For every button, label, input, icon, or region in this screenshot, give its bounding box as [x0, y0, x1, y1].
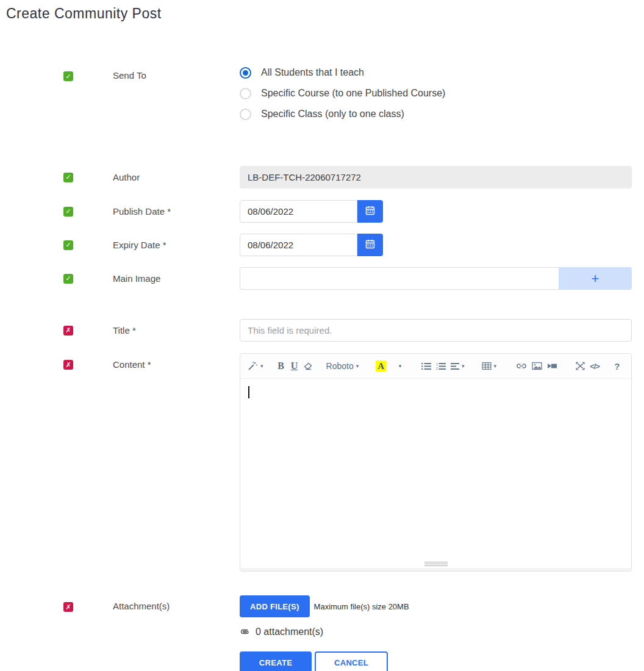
create-community-post-page: Create Community Post ✓ Send To All Stud… [0, 0, 644, 671]
image-icon [532, 362, 542, 370]
video-icon [547, 362, 557, 370]
help-button[interactable]: ? [610, 359, 624, 373]
radio-selected-icon [240, 67, 251, 79]
calendar-icon [365, 206, 375, 217]
ordered-list-button[interactable]: 12 [434, 359, 448, 373]
magic-wand-icon [248, 361, 258, 371]
send-to-label: Send To [113, 62, 240, 81]
content-editable-area[interactable] [240, 379, 631, 561]
expiry-date-calendar-button[interactable] [357, 234, 383, 256]
radio-specific-course[interactable]: Specific Course (to one Published Course… [240, 83, 632, 104]
radio-specific-class[interactable]: Specific Class (only to one class) [240, 104, 632, 124]
code-view-button[interactable]: </> [587, 359, 602, 373]
unordered-list-button[interactable] [419, 359, 434, 373]
caret-down-icon: ▾ [462, 363, 465, 369]
resize-handle[interactable] [424, 562, 448, 567]
align-icon [451, 362, 459, 370]
fullscreen-button[interactable] [573, 359, 587, 373]
main-image-add-button[interactable]: + [559, 267, 632, 290]
publish-date-label: Publish Date * [113, 206, 240, 217]
style-magic-button[interactable]: ▾ [245, 359, 266, 373]
publish-date-row: ✓ Publish Date * [0, 200, 644, 223]
expiry-date-field[interactable] [240, 234, 357, 256]
cancel-button[interactable]: CANCEL [315, 651, 388, 671]
paragraph-align-button[interactable]: ▾ [448, 359, 467, 373]
main-image-included-checkbox[interactable]: ✓ [63, 274, 73, 284]
ordered-list-icon: 12 [436, 362, 446, 370]
radio-unselected-icon [240, 88, 251, 99]
unordered-list-icon [421, 362, 431, 370]
page-title: Create Community Post [6, 5, 644, 22]
fullscreen-arrows-icon [576, 362, 585, 370]
publish-date-field[interactable] [240, 200, 357, 223]
plus-icon: + [592, 271, 599, 286]
video-button[interactable] [545, 359, 560, 373]
expiry-date-row: ✓ Expiry Date * [0, 234, 644, 256]
table-button[interactable]: ▾ [479, 359, 499, 373]
title-row: ✗ Title * [0, 319, 644, 342]
paperclip-icon [240, 626, 256, 637]
eraser-icon [304, 362, 313, 370]
author-field [240, 166, 632, 188]
underline-button[interactable]: U [288, 359, 301, 373]
svg-text:2: 2 [436, 367, 438, 370]
expiry-date-label: Expiry Date * [113, 240, 240, 250]
rich-text-editor: ▾ B U Roboto [240, 353, 632, 572]
title-field[interactable] [240, 319, 632, 342]
link-button[interactable] [513, 359, 529, 373]
radio-all-students[interactable]: All Students that I teach [240, 62, 632, 83]
content-invalid-checkbox[interactable]: ✗ [63, 360, 73, 370]
content-label: Content * [113, 353, 240, 370]
main-image-label: Main Image [113, 273, 240, 284]
author-row: ✓ Author [0, 166, 644, 188]
table-icon [482, 362, 492, 370]
send-to-row: ✓ Send To All Students that I teach Spec… [0, 62, 644, 124]
expiry-date-included-checkbox[interactable]: ✓ [63, 240, 73, 250]
title-label: Title * [113, 325, 240, 336]
font-family-dropdown[interactable]: Roboto ▾ [324, 359, 362, 373]
caret-down-icon: ▾ [399, 363, 402, 369]
author-label: Author [113, 172, 240, 182]
create-button[interactable]: CREATE [240, 651, 312, 671]
attachments-invalid-checkbox[interactable]: ✗ [63, 602, 73, 612]
bold-button[interactable]: B [274, 359, 288, 373]
calendar-icon [365, 239, 375, 251]
caret-down-icon: ▾ [356, 363, 359, 369]
max-size-hint: Maximum file(s) size 20MB [314, 602, 409, 611]
main-image-field[interactable] [240, 267, 559, 290]
attachments-row: ✗ Attachment(s) ADD FILE(S) Maximum file… [0, 595, 644, 671]
publish-date-calendar-button[interactable] [357, 200, 383, 223]
title-invalid-checkbox[interactable]: ✗ [63, 326, 73, 336]
caret-down-icon: ▾ [494, 363, 497, 369]
add-files-button[interactable]: ADD FILE(S) [240, 595, 310, 617]
send-to-included-checkbox[interactable]: ✓ [63, 71, 73, 81]
font-color-caret-button[interactable]: ▾ [392, 359, 406, 373]
main-image-row: ✓ Main Image + [0, 267, 644, 290]
radio-unselected-icon [240, 109, 251, 120]
text-cursor [248, 386, 249, 398]
link-icon [516, 362, 527, 370]
attachments-label: Attachment(s) [113, 595, 240, 611]
font-color-icon: A [376, 361, 386, 371]
font-color-button[interactable]: A [373, 359, 388, 373]
community-post-form: ✓ Send To All Students that I teach Spec… [0, 62, 644, 671]
clear-format-button[interactable] [301, 359, 315, 373]
caret-down-icon: ▾ [260, 363, 263, 369]
editor-toolbar: ▾ B U Roboto [240, 354, 631, 379]
svg-text:1: 1 [436, 362, 438, 366]
editor-statusbar [240, 561, 631, 571]
image-button[interactable] [529, 359, 545, 373]
author-included-checkbox[interactable]: ✓ [63, 173, 73, 182]
attachment-count: 0 attachment(s) [256, 626, 323, 637]
content-row: ✗ Content * ▾ B U [0, 353, 644, 572]
send-to-options: All Students that I teach Specific Cours… [240, 62, 632, 124]
publish-date-included-checkbox[interactable]: ✓ [63, 207, 73, 217]
